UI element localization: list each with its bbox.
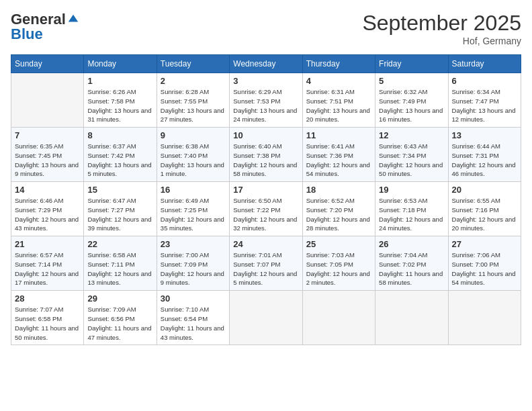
day-detail: Sunrise: 6:57 AMSunset: 7:14 PMDaylight:… <box>15 250 80 287</box>
calendar-cell: 4Sunrise: 6:31 AMSunset: 7:51 PMDaylight… <box>302 73 375 128</box>
day-number: 27 <box>452 239 517 249</box>
day-detail: Sunrise: 6:53 AMSunset: 7:18 PMDaylight:… <box>379 196 444 233</box>
day-number: 14 <box>15 185 80 195</box>
calendar-cell: 29Sunrise: 7:09 AMSunset: 6:56 PMDayligh… <box>84 291 157 345</box>
day-detail: Sunrise: 6:58 AMSunset: 7:11 PMDaylight:… <box>87 250 152 287</box>
day-number: 10 <box>233 130 298 140</box>
day-number: 2 <box>161 76 226 86</box>
day-detail: Sunrise: 6:43 AMSunset: 7:34 PMDaylight:… <box>379 142 444 179</box>
calendar-cell <box>448 291 521 345</box>
day-detail: Sunrise: 6:47 AMSunset: 7:27 PMDaylight:… <box>87 196 152 233</box>
day-detail: Sunrise: 6:28 AMSunset: 7:55 PMDaylight:… <box>161 87 226 124</box>
day-detail: Sunrise: 6:55 AMSunset: 7:16 PMDaylight:… <box>452 196 517 233</box>
calendar-cell: 9Sunrise: 6:38 AMSunset: 7:40 PMDaylight… <box>157 128 229 182</box>
day-number: 11 <box>306 130 371 140</box>
calendar-cell: 1Sunrise: 6:26 AMSunset: 7:58 PMDaylight… <box>84 73 157 128</box>
calendar-cell: 24Sunrise: 7:01 AMSunset: 7:07 PMDayligh… <box>230 236 302 291</box>
calendar-cell: 22Sunrise: 6:58 AMSunset: 7:11 PMDayligh… <box>84 236 157 291</box>
col-header-sunday: Sunday <box>11 55 84 73</box>
day-number: 17 <box>233 185 298 195</box>
day-detail: Sunrise: 6:49 AMSunset: 7:25 PMDaylight:… <box>161 196 226 233</box>
calendar-cell: 18Sunrise: 6:52 AMSunset: 7:20 PMDayligh… <box>302 182 375 236</box>
day-number: 26 <box>379 239 444 249</box>
day-number: 13 <box>452 130 517 140</box>
day-detail: Sunrise: 6:41 AMSunset: 7:36 PMDaylight:… <box>306 142 371 179</box>
location: Hof, Germany <box>362 36 521 46</box>
calendar-cell: 11Sunrise: 6:41 AMSunset: 7:36 PMDayligh… <box>302 128 375 182</box>
col-header-tuesday: Tuesday <box>157 55 229 73</box>
day-detail: Sunrise: 6:44 AMSunset: 7:31 PMDaylight:… <box>452 142 517 179</box>
calendar-cell: 15Sunrise: 6:47 AMSunset: 7:27 PMDayligh… <box>84 182 157 236</box>
calendar-table: SundayMondayTuesdayWednesdayThursdayFrid… <box>11 54 521 345</box>
calendar-cell: 10Sunrise: 6:40 AMSunset: 7:38 PMDayligh… <box>230 128 302 182</box>
calendar-cell: 5Sunrise: 6:32 AMSunset: 7:49 PMDaylight… <box>375 73 448 128</box>
calendar-cell <box>230 291 302 345</box>
day-number: 3 <box>233 76 298 86</box>
day-number: 15 <box>87 185 152 195</box>
day-number: 18 <box>306 185 371 195</box>
day-number: 22 <box>87 239 152 249</box>
col-header-friday: Friday <box>375 55 448 73</box>
day-number: 16 <box>161 185 226 195</box>
logo: General Blue <box>11 11 79 43</box>
page-header: General Blue September 2025 Hof, Germany <box>11 11 521 46</box>
calendar-cell: 12Sunrise: 6:43 AMSunset: 7:34 PMDayligh… <box>375 128 448 182</box>
day-number: 24 <box>233 239 298 249</box>
day-number: 23 <box>161 239 226 249</box>
calendar-row-3: 14Sunrise: 6:46 AMSunset: 7:29 PMDayligh… <box>11 182 521 236</box>
day-detail: Sunrise: 6:31 AMSunset: 7:51 PMDaylight:… <box>306 87 371 124</box>
logo-blue-text: Blue <box>11 26 43 43</box>
calendar-cell: 21Sunrise: 6:57 AMSunset: 7:14 PMDayligh… <box>11 236 84 291</box>
calendar-cell: 23Sunrise: 7:00 AMSunset: 7:09 PMDayligh… <box>157 236 229 291</box>
calendar-cell: 3Sunrise: 6:29 AMSunset: 7:53 PMDaylight… <box>230 73 302 128</box>
day-number: 7 <box>15 130 80 140</box>
day-number: 28 <box>15 293 80 304</box>
calendar-cell: 13Sunrise: 6:44 AMSunset: 7:31 PMDayligh… <box>448 128 521 182</box>
calendar-cell: 20Sunrise: 6:55 AMSunset: 7:16 PMDayligh… <box>448 182 521 236</box>
calendar-cell: 30Sunrise: 7:10 AMSunset: 6:54 PMDayligh… <box>157 291 229 345</box>
day-number: 29 <box>87 293 152 304</box>
calendar-cell: 25Sunrise: 7:03 AMSunset: 7:05 PMDayligh… <box>302 236 375 291</box>
svg-marker-0 <box>69 15 78 22</box>
calendar-cell: 7Sunrise: 6:35 AMSunset: 7:45 PMDaylight… <box>11 128 84 182</box>
calendar-cell: 17Sunrise: 6:50 AMSunset: 7:22 PMDayligh… <box>230 182 302 236</box>
col-header-thursday: Thursday <box>302 55 375 73</box>
calendar-cell: 27Sunrise: 7:06 AMSunset: 7:00 PMDayligh… <box>448 236 521 291</box>
calendar-row-4: 21Sunrise: 6:57 AMSunset: 7:14 PMDayligh… <box>11 236 521 291</box>
col-header-wednesday: Wednesday <box>230 55 302 73</box>
calendar-row-1: 1Sunrise: 6:26 AMSunset: 7:58 PMDaylight… <box>11 73 521 128</box>
day-number: 12 <box>379 130 444 140</box>
day-detail: Sunrise: 7:10 AMSunset: 6:54 PMDaylight:… <box>161 305 226 342</box>
day-number: 21 <box>15 239 80 249</box>
calendar-cell: 14Sunrise: 6:46 AMSunset: 7:29 PMDayligh… <box>11 182 84 236</box>
day-detail: Sunrise: 6:35 AMSunset: 7:45 PMDaylight:… <box>15 142 80 179</box>
day-number: 4 <box>306 76 371 86</box>
day-number: 30 <box>161 293 226 304</box>
day-detail: Sunrise: 6:26 AMSunset: 7:58 PMDaylight:… <box>87 87 152 124</box>
calendar-cell: 16Sunrise: 6:49 AMSunset: 7:25 PMDayligh… <box>157 182 229 236</box>
day-detail: Sunrise: 7:03 AMSunset: 7:05 PMDaylight:… <box>306 250 371 287</box>
calendar-cell: 6Sunrise: 6:34 AMSunset: 7:47 PMDaylight… <box>448 73 521 128</box>
day-number: 5 <box>379 76 444 86</box>
day-detail: Sunrise: 7:06 AMSunset: 7:00 PMDaylight:… <box>452 250 517 287</box>
calendar-cell: 26Sunrise: 7:04 AMSunset: 7:02 PMDayligh… <box>375 236 448 291</box>
calendar-row-5: 28Sunrise: 7:07 AMSunset: 6:58 PMDayligh… <box>11 291 521 345</box>
day-detail: Sunrise: 6:50 AMSunset: 7:22 PMDaylight:… <box>233 196 298 233</box>
day-detail: Sunrise: 7:07 AMSunset: 6:58 PMDaylight:… <box>15 305 80 342</box>
day-detail: Sunrise: 6:52 AMSunset: 7:20 PMDaylight:… <box>306 196 371 233</box>
calendar-cell: 2Sunrise: 6:28 AMSunset: 7:55 PMDaylight… <box>157 73 229 128</box>
day-number: 9 <box>161 130 226 140</box>
day-number: 8 <box>87 130 152 140</box>
title-block: September 2025 Hof, Germany <box>362 11 521 46</box>
calendar-cell <box>375 291 448 345</box>
calendar-cell: 19Sunrise: 6:53 AMSunset: 7:18 PMDayligh… <box>375 182 448 236</box>
calendar-cell <box>11 73 84 128</box>
month-title: September 2025 <box>362 11 521 36</box>
day-detail: Sunrise: 7:09 AMSunset: 6:56 PMDaylight:… <box>87 305 152 342</box>
day-detail: Sunrise: 7:00 AMSunset: 7:09 PMDaylight:… <box>161 250 226 287</box>
calendar-cell: 28Sunrise: 7:07 AMSunset: 6:58 PMDayligh… <box>11 291 84 345</box>
day-detail: Sunrise: 6:46 AMSunset: 7:29 PMDaylight:… <box>15 196 80 233</box>
calendar-header-row: SundayMondayTuesdayWednesdayThursdayFrid… <box>11 55 521 73</box>
calendar-row-2: 7Sunrise: 6:35 AMSunset: 7:45 PMDaylight… <box>11 128 521 182</box>
day-number: 20 <box>452 185 517 195</box>
